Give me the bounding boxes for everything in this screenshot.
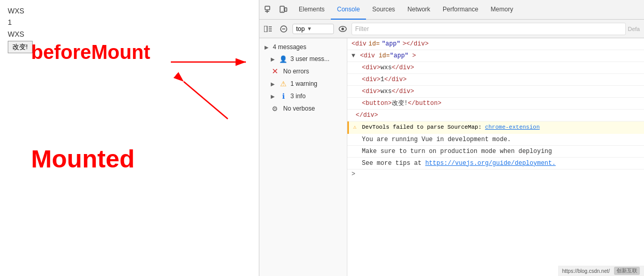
info-icon: ℹ (279, 92, 287, 100)
user-icon: 👤 (279, 55, 287, 63)
tab-elements[interactable]: Elements (292, 0, 331, 20)
verbose-icon: ⚙ (271, 104, 279, 113)
vue-dev-line1: You are running Vue in development mode. (347, 134, 644, 146)
attr-id-2: id= (378, 52, 390, 59)
clear-console-button[interactable] (277, 22, 290, 36)
tag-open-2: <div (360, 52, 375, 59)
vuejs-link[interactable]: https://vuejs.org/guide/deployment. (425, 160, 555, 167)
tab-memory[interactable]: Memory (485, 0, 519, 20)
svg-point-17 (342, 27, 344, 30)
filter-warnings[interactable]: ▶ ⚠ 1 warning (259, 78, 347, 90)
wxs-line1: WXS (8, 5, 251, 17)
eye-icon[interactable] (336, 22, 349, 36)
sidebar-toggle-button[interactable] (261, 22, 275, 36)
svg-line-3 (184, 82, 228, 119)
attr-id-val-2: "app" (390, 52, 408, 59)
filter-user-messages[interactable]: ▶ 👤 3 user mess... (259, 53, 347, 65)
svg-rect-8 (285, 8, 287, 11)
default-label: Defa (628, 26, 642, 32)
filter-verbose[interactable]: ⚙ No verbose (259, 102, 347, 115)
tab-network[interactable]: Network (401, 0, 436, 20)
change-button[interactable]: 改变! (8, 41, 33, 53)
context-select[interactable]: top ▼ (292, 24, 334, 34)
chevron-down-icon: ▼ (307, 26, 312, 32)
tag-close-1: ></div> (402, 39, 428, 49)
svg-rect-4 (265, 6, 270, 10)
warning-expand-icon: ▶ (271, 81, 275, 87)
status-url: https://blog.csdn.net/ (562, 268, 610, 274)
warning-line: ⚠ DevTools failed to parse SourceMap: ch… (347, 121, 644, 134)
attr-id: id= (369, 39, 380, 49)
console-line-6: <button>改变!</button> (347, 98, 644, 110)
console-line-4: <div>1</div> (347, 74, 644, 86)
filter-errors[interactable]: ✕ No errors (259, 65, 347, 78)
attr-id-val: "app" (382, 39, 400, 49)
filter-sidebar: ▶ 4 messages ▶ 👤 3 user mess... ✕ No err… (259, 38, 347, 276)
tag-open-1: <div (352, 39, 367, 49)
status-bar: https://blog.csdn.net/ 创新互联 (558, 266, 644, 276)
expand-triangle[interactable]: ▼ (352, 52, 355, 59)
console-line-5: <div>wxs</div> (347, 86, 644, 98)
console-line-7: </div> (347, 110, 644, 121)
vue-dev-line2: Make sure to turn on production mode whe… (347, 146, 644, 158)
svg-rect-10 (264, 26, 267, 32)
error-icon: ✕ (271, 67, 279, 75)
console-body: ▶ 4 messages ▶ 👤 3 user mess... ✕ No err… (259, 38, 644, 276)
tab-performance[interactable]: Performance (436, 0, 485, 20)
inspect-icon[interactable] (262, 4, 275, 16)
num-line: 1 (8, 17, 251, 28)
wxs-line2: WXS (8, 28, 251, 40)
device-icon[interactable] (277, 4, 289, 16)
before-mount-label: beforeMount (31, 41, 150, 64)
sourcemap-link[interactable]: chrome-extension (485, 124, 540, 130)
filter-all-messages[interactable]: ▶ 4 messages (259, 41, 347, 53)
devtools-icons (259, 4, 292, 16)
tab-console[interactable]: Console (331, 0, 366, 20)
expand-icon: ▶ (265, 44, 269, 50)
watermark: 创新互联 (614, 267, 640, 275)
tag-close-2: > (412, 52, 416, 59)
console-line-2: ▼ <div id="app" > (347, 50, 644, 62)
mounted-label: Mounted (31, 145, 135, 173)
user-expand-icon: ▶ (271, 56, 275, 62)
console-line-3: <div>wxs</div> (347, 62, 644, 74)
info-expand-icon: ▶ (271, 94, 275, 99)
left-panel: WXS 1 WXS 改变! beforeMount Mounted (0, 0, 259, 276)
tab-bar: Elements Console Sources Network Perform… (259, 0, 644, 20)
console-prompt[interactable]: > (347, 170, 644, 179)
context-value: top (296, 25, 305, 33)
svg-point-9 (282, 11, 283, 12)
console-toolbar: top ▼ Filter Defa (259, 20, 644, 38)
filter-placeholder: Filter (355, 25, 369, 33)
filter-info[interactable]: ▶ ℹ 3 info (259, 90, 347, 102)
warning-icon-inline: ⚠ (353, 124, 357, 130)
vue-dev-line3: See more tips at https://vuejs.org/guide… (347, 158, 644, 170)
devtools-panel: Elements Console Sources Network Perform… (259, 0, 644, 276)
console-content[interactable]: <div id="app" ></div> ▼ <div id="app" > … (347, 38, 644, 276)
tab-sources[interactable]: Sources (366, 0, 401, 20)
console-line-1: <div id="app" ></div> (347, 38, 644, 50)
warning-icon: ⚠ (279, 80, 287, 88)
